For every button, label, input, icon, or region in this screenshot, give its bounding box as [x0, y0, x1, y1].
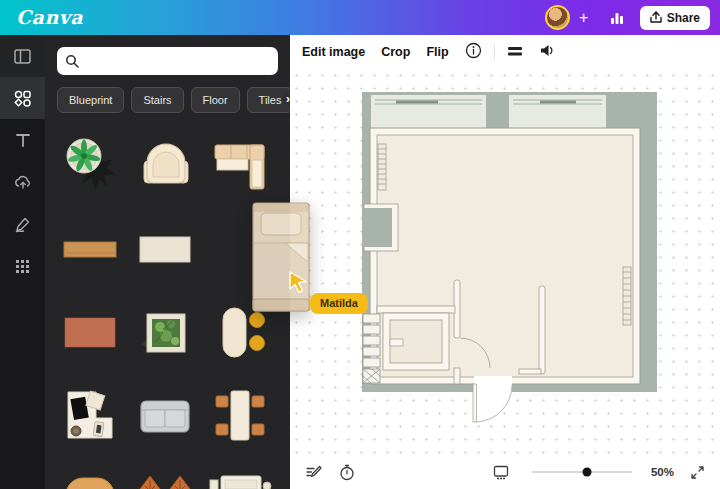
design-icon [13, 47, 32, 66]
draw-pen-icon [13, 215, 32, 234]
toolbar-divider [494, 44, 495, 60]
zoom-level[interactable]: 50% [644, 466, 674, 478]
floor-plan-blueprint[interactable] [362, 92, 657, 440]
loveseat-thumbnail [133, 384, 199, 450]
desk-setup-thumbnail [58, 384, 124, 450]
fullscreen-icon[interactable] [686, 461, 708, 483]
sidebar-item-text[interactable] [0, 119, 45, 161]
element-loveseat[interactable] [130, 377, 202, 457]
chip-stairs[interactable]: Stairs [131, 87, 183, 113]
add-member-button[interactable]: + [574, 8, 594, 28]
sidebar-item-elements[interactable] [0, 77, 45, 119]
text-icon [14, 131, 32, 149]
canva-editor: Canva + Share [0, 0, 720, 489]
elements-grid [55, 125, 283, 489]
rectangular-table-thumbnail [133, 216, 199, 282]
canvas-bottom-bar: 50% [290, 455, 720, 489]
canva-logo[interactable]: Canva [16, 8, 83, 27]
user-avatar[interactable] [545, 5, 570, 30]
zoom-slider-handle[interactable] [583, 468, 592, 477]
element-small-plants[interactable] [130, 461, 202, 489]
sectional-sofa-thumbnail [208, 132, 274, 198]
small-plants-thumbnail [133, 468, 199, 489]
element-rug[interactable] [55, 293, 127, 373]
apps-grid-icon [14, 258, 31, 275]
timer-icon[interactable] [336, 461, 358, 483]
element-round-table[interactable] [55, 461, 127, 489]
dining-set-thumbnail [208, 384, 274, 450]
info-icon[interactable] [465, 42, 482, 62]
collaborator-name-tag: Matilda [310, 293, 368, 314]
dresser-thumbnail [208, 468, 274, 489]
top-bar: Canva + Share [0, 0, 720, 35]
uploads-cloud-icon [13, 172, 33, 192]
dragged-bed-element[interactable] [252, 199, 310, 318]
element-desk-setup[interactable] [55, 377, 127, 457]
collaborator-cursor-icon [288, 270, 310, 294]
position-icon[interactable] [507, 44, 523, 61]
share-label: Share [667, 11, 700, 25]
share-button[interactable]: Share [640, 6, 710, 30]
edit-image-button[interactable]: Edit image [302, 45, 365, 59]
sidebar-item-design[interactable] [0, 35, 45, 77]
sidebar-item-apps[interactable] [0, 245, 45, 287]
image-toolbar: Edit image Crop Flip [290, 35, 720, 69]
chip-floor[interactable]: Floor [191, 87, 240, 113]
element-wooden-bench[interactable] [55, 209, 127, 289]
armchair-thumbnail [133, 132, 199, 198]
element-rectangular-table[interactable] [130, 209, 202, 289]
canvas-area: Edit image Crop Flip [290, 35, 720, 489]
search-input[interactable] [85, 54, 270, 68]
chips-scroll-chevron-icon[interactable]: › [286, 91, 290, 106]
sidebar [0, 35, 45, 489]
search-box[interactable] [57, 47, 278, 75]
insights-icon[interactable] [606, 7, 628, 29]
elements-icon [13, 89, 32, 108]
potted-plant-thumbnail [57, 129, 125, 201]
sidebar-item-draw[interactable] [0, 203, 45, 245]
audio-icon[interactable] [539, 43, 556, 61]
zoom-slider[interactable] [532, 471, 632, 473]
rug-thumbnail [58, 300, 124, 366]
design-canvas[interactable] [290, 69, 720, 455]
search-icon [65, 54, 79, 68]
element-sectional-sofa[interactable] [205, 125, 277, 205]
notes-icon[interactable] [302, 461, 324, 483]
pages-view-icon[interactable] [490, 461, 512, 483]
element-wall-planter[interactable] [130, 293, 202, 373]
chip-tiles[interactable]: Tiles [247, 87, 290, 113]
wooden-bench-thumbnail [58, 216, 124, 282]
filter-chips: Blueprint Stairs Floor Tiles D [57, 87, 290, 114]
crop-button[interactable]: Crop [381, 45, 410, 59]
chip-blueprint[interactable]: Blueprint [57, 87, 124, 113]
element-dresser[interactable] [205, 461, 277, 489]
element-armchair[interactable] [130, 125, 202, 205]
upload-icon [650, 11, 662, 24]
element-dining-table-set[interactable] [205, 377, 277, 457]
round-table-thumbnail [58, 468, 124, 489]
sidebar-item-uploads[interactable] [0, 161, 45, 203]
element-potted-plant[interactable] [55, 125, 127, 205]
flip-button[interactable]: Flip [426, 45, 448, 59]
wall-planter-thumbnail [133, 300, 199, 366]
